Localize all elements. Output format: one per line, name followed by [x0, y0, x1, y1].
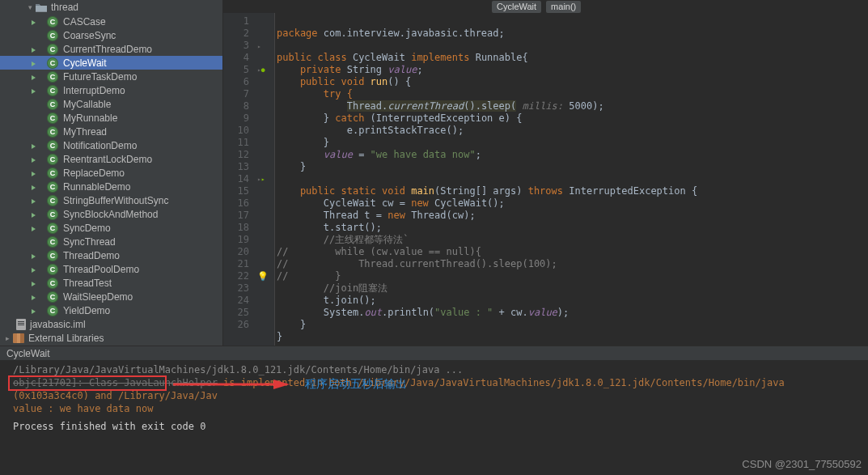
- tree-class-interruptdemo[interactable]: CInterruptDemo: [0, 83, 222, 97]
- run-badge-icon: [32, 295, 36, 300]
- tree-class-mycallable[interactable]: CMyCallable: [0, 97, 222, 111]
- tree-file-label: javabasic.iml: [30, 319, 86, 330]
- tree-class-syncblockandmethod[interactable]: CSyncBlockAndMethod: [0, 207, 222, 221]
- tree-folder-label: thread: [51, 2, 78, 13]
- run-badge-icon: [32, 185, 36, 190]
- tree-class-futuretaskdemo[interactable]: CFutureTaskDemo: [0, 70, 222, 83]
- tree-file-iml[interactable]: javabasic.iml: [0, 317, 222, 331]
- tree-class-replacedemo[interactable]: CReplaceDemo: [0, 166, 222, 180]
- class-icon: C: [47, 264, 58, 275]
- external-libs-label: External Libraries: [28, 333, 104, 344]
- annotation-arrow-icon: [173, 380, 290, 396]
- run-badge-icon: [32, 48, 36, 53]
- class-icon: C: [47, 85, 58, 96]
- tree-class-cascase[interactable]: CCASCase: [0, 15, 222, 28]
- tree-class-coarsesync[interactable]: CCoarseSync: [0, 28, 222, 42]
- tree-class-reentrantlockdemo[interactable]: CReentrantLockDemo: [0, 152, 222, 166]
- tree-class-label: CurrentThreadDemo: [63, 44, 152, 55]
- tree-class-yielddemo[interactable]: CYieldDemo: [0, 303, 222, 317]
- class-icon: C: [47, 16, 58, 28]
- tree-class-label: ThreadDemo: [63, 250, 120, 261]
- class-icon: C: [47, 278, 58, 289]
- tree-class-stringbufferwithoutsync[interactable]: CStringBufferWithoutSync: [0, 193, 222, 207]
- tree-external-libraries[interactable]: ▸ External Libraries: [0, 331, 222, 345]
- run-badge-icon: [32, 172, 36, 176]
- class-icon: C: [47, 236, 58, 248]
- main-split: ▾ thread CCASCaseCCoarseSyncCCurrentThre…: [0, 0, 868, 346]
- console-command: /Library/Java/JavaVirtualMachines/jdk1.8…: [13, 363, 855, 376]
- tree-class-myrunnable[interactable]: CMyRunnable: [0, 111, 222, 125]
- class-icon: C: [47, 305, 58, 316]
- class-icon: C: [47, 140, 58, 151]
- class-icon: C: [47, 99, 58, 110]
- run-tool-tab[interactable]: CycleWait: [0, 346, 868, 360]
- tree-class-label: ReentrantLockDemo: [63, 154, 152, 165]
- caret-right-icon: ▸: [3, 334, 11, 342]
- tree-folder-thread[interactable]: ▾ thread: [0, 0, 222, 15]
- library-icon: [13, 333, 24, 343]
- tree-class-notificationdemo[interactable]: CNotificationDemo: [0, 138, 222, 152]
- caret-down-icon: ▾: [26, 3, 34, 11]
- project-sidebar[interactable]: ▾ thread CCASCaseCCoarseSyncCCurrentThre…: [0, 0, 223, 346]
- class-icon: C: [47, 250, 58, 261]
- tree-class-cyclewait[interactable]: CCycleWait: [0, 56, 222, 70]
- tree-class-threaddemo[interactable]: CThreadDemo: [0, 248, 222, 262]
- tree-class-syncdemo[interactable]: CSyncDemo: [0, 221, 222, 235]
- tree-class-label: ThreadPoolDemo: [63, 264, 139, 275]
- run-badge-icon: [32, 144, 36, 149]
- class-icon: C: [47, 154, 58, 165]
- breadcrumb-bar: CycleWait main(): [223, 0, 868, 13]
- class-icon: C: [47, 168, 58, 179]
- folder-icon: [36, 2, 47, 12]
- console-exit: Process finished with exit code 0: [13, 420, 855, 433]
- run-gutter-icon: ▸: [256, 173, 274, 185]
- console-panel[interactable]: /Library/Java/JavaVirtualMachines/jdk1.8…: [0, 360, 868, 457]
- svg-marker-1: [273, 380, 290, 389]
- tree-class-label: FutureTaskDemo: [63, 71, 137, 83]
- tree-class-waitsleepdemo[interactable]: CWaitSleepDemo: [0, 290, 222, 303]
- tree-class-label: StringBufferWithoutSync: [63, 195, 169, 206]
- tree-class-mythread[interactable]: CMyThread: [0, 125, 222, 138]
- run-badge-icon: [32, 268, 36, 273]
- code-area[interactable]: 1234567891011121314151617181920212223242…: [223, 13, 868, 346]
- tree-class-label: YieldDemo: [63, 305, 110, 316]
- console-output: value : we have data now: [13, 402, 855, 415]
- run-badge-icon: [32, 199, 36, 204]
- tree-class-threadpooldemo[interactable]: CThreadPoolDemo: [0, 262, 222, 276]
- tree-class-label: CoarseSync: [63, 30, 116, 41]
- class-icon: C: [47, 44, 58, 55]
- editor-pane: CycleWait main() 12345678910111213141516…: [223, 0, 868, 346]
- tree-class-label: NotificationDemo: [63, 140, 137, 151]
- class-icon: C: [47, 223, 58, 234]
- tree-class-currentthreaddemo[interactable]: CCurrentThreadDemo: [0, 42, 222, 56]
- run-badge-icon: [32, 213, 36, 218]
- tree-class-label: MyRunnable: [63, 112, 117, 124]
- tree-class-label: ThreadTest: [63, 278, 112, 289]
- tree-class-label: CycleWait: [63, 57, 107, 69]
- class-icon: C: [47, 126, 58, 138]
- file-icon: [16, 319, 26, 330]
- breadcrumb-method[interactable]: main(): [546, 1, 581, 13]
- tree-class-label: SyncThread: [63, 236, 116, 248]
- tree-class-syncthread[interactable]: CSyncThread: [0, 235, 222, 248]
- run-badge-icon: [32, 282, 36, 286]
- class-icon: C: [47, 30, 58, 41]
- code-text[interactable]: package com.interview.javabasic.thread; …: [275, 13, 697, 346]
- class-icon: C: [47, 195, 58, 206]
- annotation-box: [8, 375, 167, 391]
- class-icon: C: [47, 209, 58, 220]
- tree-class-label: ReplaceDemo: [63, 168, 125, 179]
- run-badge-icon: [32, 158, 36, 163]
- run-badge-icon: [32, 254, 36, 259]
- run-badge-icon: [32, 309, 36, 314]
- watermark: CSDN @2301_77550592: [742, 458, 862, 470]
- breadcrumb-class[interactable]: CycleWait: [492, 1, 541, 13]
- tree-class-label: InterruptDemo: [63, 85, 125, 96]
- tree-class-runnabledemo[interactable]: CRunnableDemo: [0, 180, 222, 193]
- tree-class-label: CASCase: [63, 16, 106, 28]
- fold-gutter: ● ▸ 💡: [256, 13, 275, 346]
- line-gutter: 1234567891011121314151617181920212223242…: [223, 13, 256, 346]
- tree-class-label: SyncDemo: [63, 223, 111, 234]
- annotation-text: 程序启动五秒后输出: [305, 377, 407, 390]
- tree-class-threadtest[interactable]: CThreadTest: [0, 276, 222, 290]
